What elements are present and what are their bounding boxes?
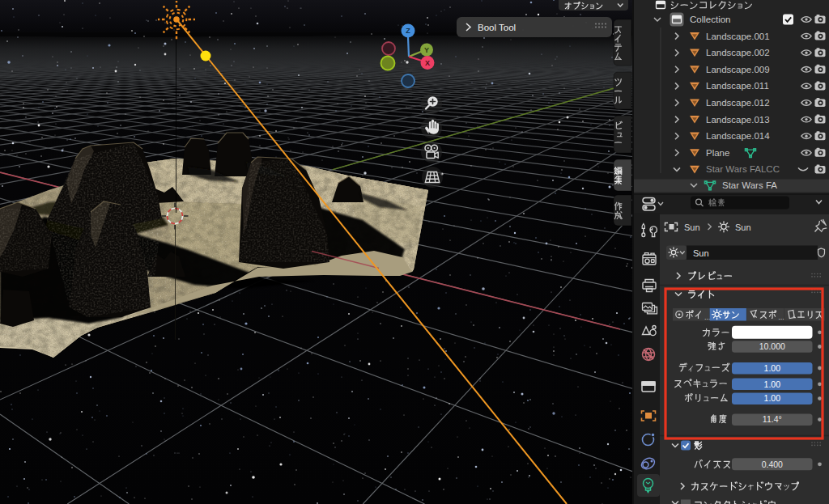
svg-text:Landscape.002: Landscape.002 bbox=[706, 48, 770, 57]
svg-text:Landscape.009: Landscape.009 bbox=[706, 65, 770, 74]
svg-text:Star Wars FALCC: Star Wars FALCC bbox=[706, 164, 780, 174]
svg-text:Landscape.013: Landscape.013 bbox=[706, 115, 770, 125]
svg-text:...: ... bbox=[704, 313, 711, 321]
svg-text:10.000: 10.000 bbox=[759, 341, 785, 351]
svg-text:Landscape.011: Landscape.011 bbox=[706, 81, 769, 91]
svg-text:Sun: Sun bbox=[684, 222, 700, 232]
svg-text:Landscape.001: Landscape.001 bbox=[706, 32, 770, 41]
svg-text:...: ... bbox=[778, 313, 784, 321]
svg-text:11.4°: 11.4° bbox=[763, 414, 782, 424]
svg-text:Z: Z bbox=[406, 27, 410, 35]
svg-text:1.00: 1.00 bbox=[764, 363, 781, 373]
svg-text:Sun: Sun bbox=[693, 248, 709, 258]
svg-text:Landscape.012: Landscape.012 bbox=[706, 98, 770, 108]
svg-text:1.00: 1.00 bbox=[764, 379, 781, 389]
svg-text:Y: Y bbox=[424, 46, 429, 54]
svg-text:0.400: 0.400 bbox=[762, 460, 783, 469]
svg-text:X: X bbox=[425, 59, 430, 67]
svg-text:Collection: Collection bbox=[690, 15, 731, 24]
svg-text:Bool Tool: Bool Tool bbox=[478, 23, 516, 32]
svg-text:Star Wars FA: Star Wars FA bbox=[722, 180, 777, 190]
svg-text:Plane: Plane bbox=[706, 148, 729, 158]
svg-text:Landscape.014: Landscape.014 bbox=[706, 131, 770, 141]
svg-text:Sun: Sun bbox=[735, 222, 751, 232]
svg-text:1.00: 1.00 bbox=[764, 393, 781, 403]
